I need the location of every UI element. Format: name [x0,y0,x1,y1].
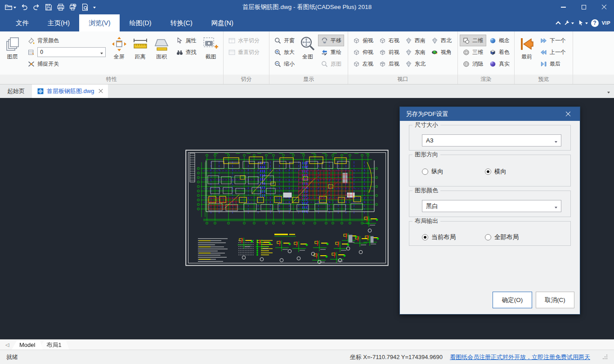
tab-file[interactable]: 文件 [6,14,38,31]
paper-size-caret-icon[interactable] [555,141,557,144]
view-ne-button[interactable]: 东北 [402,58,428,70]
color-caret-icon[interactable] [555,207,557,210]
tab-model[interactable]: Model [12,340,43,350]
tab-start-page[interactable]: 起始页 [0,84,32,98]
dialog-close-button[interactable] [562,108,574,120]
color-combobox[interactable]: 黑白 [422,200,561,212]
tab-active-document[interactable]: 首层板钢筋图.dwg [32,84,108,98]
tab-layout1[interactable]: 布局1 [39,340,69,350]
screenshot-button[interactable]: 截图 [200,35,221,61]
cancel-button[interactable]: 取消(C) [536,292,574,308]
tab-list-dropdown-icon[interactable] [607,92,610,95]
current-layout-radio[interactable]: 当前布局 [422,233,485,241]
render-shaded-button[interactable]: 着色 [486,46,513,58]
all-layouts-radio-circle[interactable] [485,234,491,240]
view-se-button[interactable]: 东南 [402,46,428,58]
vip-icon[interactable]: VIP [602,20,610,26]
print-preview-icon[interactable] [81,3,89,11]
zoom-in-button[interactable]: 放大 [271,46,297,58]
customize-toolbar-dropdown-icon[interactable] [93,7,96,10]
tab-draw[interactable]: 绘图(D) [120,14,161,31]
render-hidden-button[interactable]: 消隐 [460,58,486,70]
tab-home[interactable]: 主页(H) [38,14,79,31]
tab-convert[interactable]: 转换(C) [161,14,202,31]
cube-shaded-icon [379,49,386,56]
resize-grip[interactable] [603,355,608,360]
pointer-mode-button[interactable] [577,19,588,27]
area-button[interactable]: 面积 [151,35,172,61]
landscape-radio[interactable]: 横向 [485,168,548,176]
view-left-button[interactable]: 左视 [350,58,376,70]
view-se-label: 东南 [415,49,426,56]
landscape-radio-circle[interactable] [485,169,491,175]
print-icon[interactable] [57,3,65,11]
fit-view-button[interactable]: 全图 [297,35,318,61]
drawing-canvas[interactable]: 另存为PDF设置 尺寸大小 A3 图形方向 纵向 横向 [0,98,614,339]
render-3d-button[interactable]: 三维 [460,46,486,58]
help-icon[interactable]: ? [591,19,599,27]
view-angle-button[interactable]: 视角 [428,46,454,58]
fullscreen-button[interactable]: 全屏 [108,35,130,61]
layers-button[interactable]: 图层 [2,35,23,61]
current-layout-radio-circle[interactable] [422,234,428,240]
fit-view-icon [300,36,316,52]
close-button[interactable] [594,0,614,14]
close-document-icon[interactable] [99,89,103,93]
tab-clouddisk[interactable]: 网盘(N) [202,14,243,31]
view-front-button[interactable]: 前视 [376,46,402,58]
view-top-button[interactable]: 俯视 [350,35,376,46]
tab-browse[interactable]: 浏览(V) [79,14,120,31]
properties-button[interactable]: 属性 [173,35,200,46]
background-color-button[interactable]: 背景颜色 [25,35,108,46]
split-vertical-button[interactable]: 垂直切分 [225,46,262,58]
first-button[interactable]: 最前 [516,35,537,61]
layer-combobox-caret-icon[interactable] [100,53,103,56]
layer-combobox[interactable]: 0 [37,47,106,57]
collapse-ribbon-icon[interactable] [556,21,560,26]
view-nw-button[interactable]: 西北 [428,35,454,46]
render-concept-button[interactable]: 概念 [486,35,513,46]
first-label: 最前 [521,53,532,61]
tools-button[interactable] [563,19,574,27]
original-view-button[interactable]: 原图 [318,58,344,70]
minimize-button[interactable] [553,0,574,14]
ok-button[interactable]: 确定(O) [493,292,532,308]
open-file-dropdown-icon[interactable] [13,7,16,10]
dialog-titlebar[interactable]: 另存为PDF设置 [400,107,580,121]
view-back-button[interactable]: 后视 [376,58,402,70]
split-horizontal-button[interactable]: 水平切分 [225,35,262,46]
render-realistic-button[interactable]: 真实 [486,58,513,70]
iso-diamond-icon [405,49,412,56]
view-bottom-label: 仰视 [363,49,373,56]
view-bottom-button[interactable]: 仰视 [350,46,376,58]
scroll-tabs-left-icon[interactable]: ◁ [3,340,12,350]
membership-promo-link[interactable]: 看图纸会员注册正式对外开放，立即注册免费试用两天 [450,353,590,361]
save-icon[interactable] [45,3,53,11]
pan-button[interactable]: 平移 [318,35,344,46]
zoom-out-button[interactable]: 缩小 [271,58,297,70]
print-settings-icon[interactable] [69,3,77,11]
distance-button[interactable]: 距离 [130,35,151,61]
snap-toggle-button[interactable]: 捕捉开关 [25,58,108,70]
group-label-split: 切分 [224,75,269,84]
portrait-radio[interactable]: 纵向 [422,168,485,176]
maximize-button[interactable] [574,0,594,14]
all-layouts-radio[interactable]: 全部布局 [485,233,548,241]
cube-shaded-icon [379,60,386,68]
next-button[interactable]: 下一个 [537,35,569,46]
redraw-button[interactable]: 重绘 [318,46,344,58]
open-file-button[interactable] [4,3,16,11]
last-button[interactable]: 最后 [537,58,569,70]
previous-button[interactable]: 上一个 [537,46,569,58]
view-sw-button[interactable]: 西南 [402,35,428,46]
view-right-button[interactable]: 右视 [376,35,402,46]
portrait-radio-circle[interactable] [422,169,428,175]
redo-icon[interactable] [32,3,40,11]
zoom-window-button[interactable]: 开窗 [271,35,297,46]
paper-size-combobox[interactable]: A3 [422,134,561,146]
find-button[interactable]: 查找 [173,46,200,58]
render-hidden-label: 消隐 [472,60,483,68]
undo-icon[interactable] [20,3,28,11]
window-controls [553,0,614,14]
render-2d-button[interactable]: 二维 [460,35,486,46]
